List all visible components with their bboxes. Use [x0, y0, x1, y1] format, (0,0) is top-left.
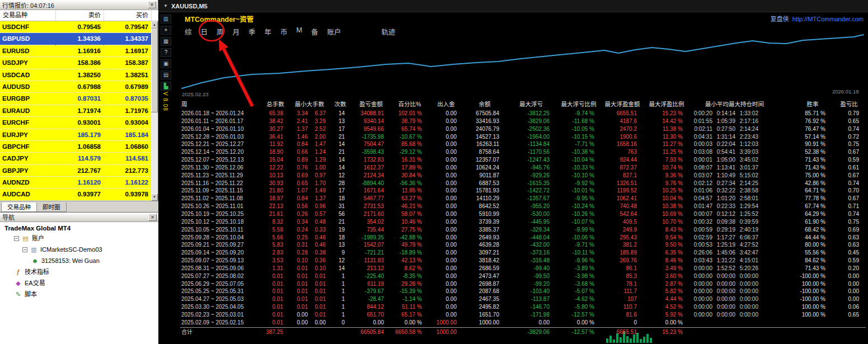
mtc-tab-trajectory[interactable]: 轨迹: [380, 26, 397, 37]
close-icon[interactable]: ×: [148, 214, 157, 221]
scroll-down-icon[interactable]: ▼: [151, 194, 158, 201]
ask-price: 0.93978: [104, 189, 152, 200]
nav-item-label: ICMarketsSC-Demo03: [40, 244, 102, 255]
nav-item-scripts[interactable]: ✎脚本: [0, 289, 158, 300]
mtc-tab-year[interactable]: 年: [263, 26, 274, 37]
mtc-tab-m[interactable]: M: [295, 26, 304, 37]
stats-row: 2025.11.23 ~ 2025.11.2910.130.690.971221…: [180, 172, 866, 180]
market-row-GBPCHF[interactable]: GBPCHF1.068581.06860: [0, 141, 152, 153]
brand-url[interactable]: http://MTCommander.com: [792, 16, 864, 22]
x-axis-start-label: 2025.02.23: [182, 91, 209, 97]
market-row-EURAUD[interactable]: EURAUD1.719741.71976: [0, 105, 152, 117]
mtc-tab-account[interactable]: 账户: [326, 26, 343, 37]
symbol-name: CADJPY: [0, 153, 56, 164]
crosshair-icon[interactable]: +: [161, 26, 171, 35]
market-row-EURCHF[interactable]: EURCHF0.930010.93004: [0, 117, 152, 129]
stats-col-header: 百分比%: [391, 100, 429, 109]
market-row-AUDUSD[interactable]: AUDUSD0.679880.67989: [0, 81, 152, 93]
market-row-USDCAD[interactable]: USDCAD1.382501.38251: [0, 69, 152, 81]
navigator-title: 导航: [2, 213, 15, 222]
market-tab-symbols[interactable]: 交易品种: [1, 202, 37, 212]
tree-minus-box[interactable]: −: [14, 236, 19, 241]
stats-row: 2025.11.16 ~ 2025.11.2230.930.651.7028-8…: [180, 180, 866, 187]
close-icon[interactable]: ×: [148, 1, 156, 8]
market-tabs: 交易品种即时图: [0, 201, 158, 212]
indicator-icon[interactable]: ▙: [161, 82, 171, 91]
stats-col-header: 出入金: [429, 100, 463, 109]
market-watch-titlebar[interactable]: 行情报价: 04:07:16 ×: [0, 0, 158, 10]
symbol-name: AUDCAD: [0, 189, 56, 200]
market-row-GBPJPY[interactable]: GBPJPY212.767212.773: [0, 165, 152, 177]
nav-item-account-login[interactable]: ☻31258153: Wei Guan: [0, 255, 158, 266]
bid-price: 0.93977: [56, 189, 104, 200]
ask-price: 185.184: [104, 129, 152, 141]
bid-price: 158.386: [56, 57, 104, 69]
tree-minus-box[interactable]: −: [22, 247, 27, 252]
market-row-AUDNZD[interactable]: AUDNZD1.161201.16122: [0, 177, 152, 189]
column-bid[interactable]: 卖价: [56, 10, 104, 21]
navigator-titlebar[interactable]: 导航 ×: [0, 213, 158, 222]
stats-row: 2025.09.14 ~ 2025.09.202.830.280.389-721…: [180, 249, 866, 257]
market-row-USDCHF[interactable]: USDCHF0.795450.79547: [0, 21, 152, 33]
help-icon[interactable]: ?: [161, 48, 171, 57]
panels-icon[interactable]: ▣: [161, 59, 171, 68]
market-row-USDJPY[interactable]: USDJPY158.386158.387: [0, 57, 152, 69]
stats-row: 2025.04.27 ~ 2025.05.030.010.010.011-28.…: [180, 295, 866, 303]
column-symbol[interactable]: 交易品种: [0, 10, 56, 21]
nav-item-indicators[interactable]: ƒ技术指标: [0, 266, 158, 277]
chart-toolbar: ▥+▦?▣▤▙: [158, 12, 173, 344]
mtc-tab-backup[interactable]: 备: [309, 26, 320, 37]
bid-price: 0.67988: [56, 81, 104, 93]
market-tab-tick-chart[interactable]: 即时图: [36, 202, 67, 212]
market-row-AUDCAD[interactable]: AUDCAD0.939770.93978: [0, 189, 152, 200]
mtc-tab-week[interactable]: 周: [215, 26, 226, 37]
indicators-icon: ƒ: [14, 266, 22, 277]
market-row-CADJPY[interactable]: CADJPY114.579114.581: [0, 153, 152, 164]
ask-price: 1.06860: [104, 141, 152, 153]
scroll-up-icon[interactable]: ▲: [151, 21, 158, 29]
bid-price: 0.79545: [56, 21, 104, 33]
chart-tab-label: XAUUSD,M5: [171, 3, 208, 10]
bid-price: 212.767: [56, 165, 104, 177]
mtc-tab-summary[interactable]: 综: [183, 26, 194, 37]
market-scrollbar[interactable]: ▲ ▼: [151, 21, 158, 201]
stats-row: 2025.06.29 ~ 2025.07.050.010.010.011611.…: [180, 280, 866, 288]
ask-price: 1.34337: [104, 33, 152, 45]
nav-item-experts[interactable]: ◆EA交易: [0, 277, 158, 289]
stats-total-row: 合计387.2566505.846650.58 %1000.00-3829.06…: [180, 327, 866, 336]
stats-rows: 2026.01.18 ~ 2026.01.2465.383.346.371434…: [180, 110, 866, 327]
mtc-tab-quarter[interactable]: 季: [247, 26, 257, 37]
magnet-icon[interactable]: ▦: [161, 37, 171, 46]
stats-row: 2025.03.30 ~ 2025.04.050.010.010.011844.…: [180, 303, 866, 311]
market-watch-header: 交易品种 卖价 买价: [0, 10, 158, 21]
left-panels: 行情报价: 04:07:16 × 交易品种 卖价 买价 USDCHF0.7954…: [0, 0, 158, 344]
nav-root-item[interactable]: TradeMax Global MT4: [0, 222, 158, 233]
camera-icon[interactable]: ▤: [161, 70, 171, 79]
nav-item-broker-server[interactable]: −▥ICMarketsSC-Demo03: [0, 244, 158, 255]
ask-price: 212.773: [104, 165, 152, 177]
symbol-name: USDCAD: [0, 69, 56, 81]
market-watch-title: 行情报价: 04:07:16: [2, 1, 54, 10]
chart-tab-bar[interactable]: ▼ XAUUSD,M5: [158, 0, 868, 12]
mtc-tab-day[interactable]: 日: [199, 26, 210, 37]
nav-item-label: 账户: [32, 233, 44, 244]
nav-item-accounts[interactable]: −▤账户: [0, 233, 158, 244]
column-ask[interactable]: 买价: [104, 10, 152, 21]
symbol-name: USDJPY: [0, 57, 56, 69]
ask-price: 1.16122: [104, 177, 152, 189]
mtc-tab-month[interactable]: 月: [231, 26, 242, 37]
ask-price: 1.71976: [104, 105, 152, 117]
server-icon: ▥: [30, 244, 38, 255]
mtc-tab-currency[interactable]: 币: [279, 26, 289, 37]
scrollbar-thumb[interactable]: [151, 29, 158, 112]
market-row-EURJPY[interactable]: EURJPY185.179185.184: [0, 129, 152, 141]
chevron-down-icon[interactable]: ▼: [163, 3, 168, 8]
market-row-EURUSD[interactable]: EURUSD1.169161.16917: [0, 45, 152, 57]
stats-row: 2025.08.31 ~ 2025.09.061.310.010.1014213…: [180, 265, 866, 272]
market-row-EURGBP[interactable]: EURGBP0.870310.87035: [0, 93, 152, 105]
market-row-GBPUSD[interactable]: GBPUSD1.343361.34337: [0, 33, 152, 45]
ask-price: 0.93004: [104, 117, 152, 129]
ea-icon: ◆: [14, 277, 22, 289]
chart-window-icon[interactable]: ▥: [161, 15, 171, 23]
scripts-icon: ✎: [14, 289, 22, 300]
